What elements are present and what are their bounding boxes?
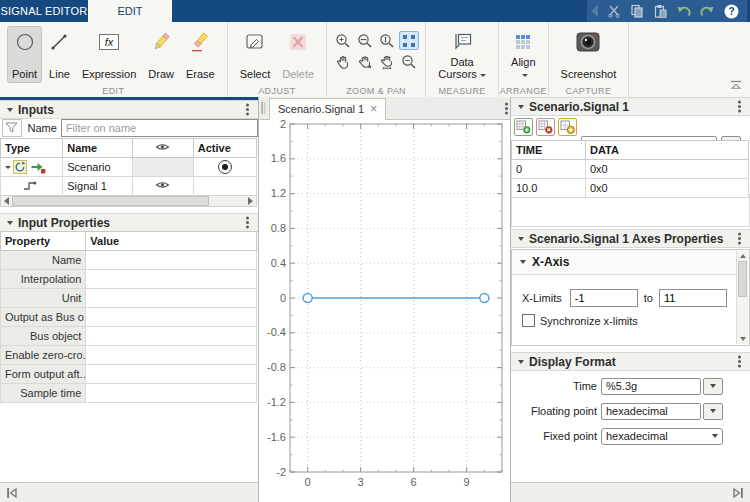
data-cursors-button[interactable]: Data Cursors bbox=[433, 26, 491, 83]
scroll-left-icon[interactable] bbox=[4, 197, 9, 205]
data-cell[interactable]: 0x0 bbox=[586, 160, 749, 179]
collapse-caret-icon[interactable] bbox=[7, 108, 13, 112]
paste-icon[interactable] bbox=[653, 4, 667, 18]
kebab-menu-icon[interactable] bbox=[246, 221, 249, 224]
collapse-right-panel-bar[interactable] bbox=[511, 482, 750, 502]
fit-to-view-icon[interactable] bbox=[399, 31, 419, 50]
scrollbar-thumb[interactable] bbox=[738, 261, 747, 297]
skip-to-start-icon[interactable] bbox=[6, 487, 18, 499]
collapse-caret-icon[interactable] bbox=[7, 221, 13, 225]
pan-free-icon[interactable] bbox=[355, 52, 375, 71]
skip-to-end-icon[interactable] bbox=[732, 487, 744, 499]
splitter-grip-icon[interactable] bbox=[261, 101, 266, 115]
align-button[interactable]: Align bbox=[506, 26, 540, 83]
time-format-dropdown-button[interactable] bbox=[703, 378, 723, 395]
signal-header[interactable]: Scenario.Signal 1 bbox=[511, 97, 750, 116]
delete-button[interactable]: Delete bbox=[277, 26, 319, 83]
time-data-row[interactable]: 00x0 bbox=[512, 160, 749, 179]
pan-x-icon[interactable] bbox=[377, 52, 397, 71]
line-button[interactable]: Line bbox=[44, 26, 75, 83]
zoom-x-icon[interactable] bbox=[355, 31, 375, 50]
kebab-menu-icon[interactable] bbox=[505, 107, 508, 110]
insert-signal-button[interactable] bbox=[558, 118, 577, 136]
chevron-left-icon[interactable] bbox=[591, 5, 598, 17]
scroll-right-icon[interactable] bbox=[248, 197, 253, 205]
tab-signal-editor[interactable]: SIGNAL EDITOR bbox=[0, 0, 88, 22]
pan-icon[interactable] bbox=[333, 52, 353, 71]
horizontal-scrollbar[interactable] bbox=[0, 195, 257, 207]
close-tab-icon[interactable] bbox=[370, 104, 377, 114]
collapse-left-panel-bar[interactable] bbox=[0, 482, 258, 502]
table-row-scenario[interactable]: Scenario bbox=[1, 158, 257, 177]
copy-icon[interactable] bbox=[630, 4, 644, 18]
insert-row-button[interactable] bbox=[514, 118, 533, 136]
redo-icon[interactable] bbox=[700, 5, 715, 18]
delete-row-button[interactable] bbox=[536, 118, 555, 136]
floating-point-combobox[interactable]: hexadecimal bbox=[601, 403, 701, 420]
screenshot-button[interactable]: Screenshot bbox=[556, 26, 622, 83]
xmin-input[interactable] bbox=[570, 289, 638, 307]
kebab-menu-icon[interactable] bbox=[246, 108, 249, 111]
time-cell[interactable]: 0 bbox=[512, 160, 586, 179]
minimize-ribbon-icon[interactable] bbox=[730, 79, 742, 93]
floating-point-dropdown-button[interactable] bbox=[703, 403, 723, 420]
property-label: Unit bbox=[1, 289, 86, 308]
property-value-cell[interactable] bbox=[86, 365, 257, 384]
column-name[interactable]: Name bbox=[63, 139, 132, 158]
draw-button[interactable]: Draw bbox=[143, 26, 179, 83]
zoom-out-icon[interactable] bbox=[399, 52, 419, 71]
table-row-signal[interactable]: Signal 1 bbox=[1, 177, 257, 196]
filter-input[interactable] bbox=[61, 119, 258, 137]
filter-button[interactable] bbox=[2, 119, 22, 137]
point-button[interactable]: Point bbox=[7, 26, 42, 83]
collapse-caret-icon[interactable] bbox=[518, 360, 524, 364]
property-value-cell[interactable] bbox=[86, 270, 257, 289]
zoom-y-icon[interactable] bbox=[377, 31, 397, 50]
sync-xlimits-checkbox[interactable] bbox=[522, 314, 535, 327]
collapse-caret-icon[interactable] bbox=[518, 105, 524, 109]
signal-active-cell[interactable] bbox=[193, 177, 256, 196]
xmax-input[interactable] bbox=[659, 289, 727, 307]
scenario-active-cell[interactable] bbox=[193, 158, 256, 177]
signal-plot[interactable]: -2-1.6-1.2-0.8-0.400.40.81.21.620369 bbox=[259, 120, 510, 502]
cut-icon[interactable] bbox=[607, 4, 621, 18]
document-tab[interactable]: Scenario.Signal 1 bbox=[269, 98, 386, 120]
erase-button[interactable]: Erase bbox=[181, 26, 220, 83]
collapse-caret-icon[interactable] bbox=[518, 237, 524, 241]
scroll-up-icon[interactable] bbox=[740, 254, 746, 258]
expand-caret-icon[interactable] bbox=[5, 166, 11, 169]
signal-visibility-cell[interactable] bbox=[132, 177, 193, 196]
zoom-in-icon[interactable] bbox=[333, 31, 353, 50]
input-properties-header[interactable]: Input Properties bbox=[0, 213, 258, 232]
property-value-cell[interactable] bbox=[86, 327, 257, 346]
property-value-cell[interactable] bbox=[86, 346, 257, 365]
property-value-cell[interactable] bbox=[86, 289, 257, 308]
fixed-point-select[interactable]: hexadecimal bbox=[601, 428, 723, 445]
xaxis-section-header[interactable]: X-Axis bbox=[512, 250, 749, 275]
display-format-header[interactable]: Display Format bbox=[511, 352, 750, 371]
collapse-caret-icon[interactable] bbox=[520, 260, 526, 264]
tab-edit[interactable]: EDIT bbox=[88, 0, 172, 22]
inputs-header[interactable]: Inputs bbox=[0, 100, 258, 119]
kebab-menu-icon[interactable] bbox=[738, 105, 741, 108]
time-format-combobox[interactable]: %5.3g bbox=[601, 378, 701, 395]
column-type[interactable]: Type bbox=[1, 139, 63, 158]
active-radio[interactable] bbox=[218, 160, 232, 174]
expression-button[interactable]: fx Expression bbox=[77, 26, 141, 83]
scenario-name-cell[interactable]: Scenario bbox=[63, 158, 132, 177]
vertical-scrollbar[interactable] bbox=[736, 251, 748, 344]
column-active[interactable]: Active bbox=[193, 139, 256, 158]
kebab-menu-icon[interactable] bbox=[738, 237, 741, 240]
scrollbar-thumb[interactable] bbox=[12, 196, 209, 206]
scroll-down-icon[interactable] bbox=[740, 337, 746, 341]
column-visibility[interactable] bbox=[132, 139, 193, 158]
axes-properties-header[interactable]: Scenario.Signal 1 Axes Properties bbox=[511, 229, 750, 248]
help-icon[interactable]: ? bbox=[724, 4, 739, 19]
property-value-cell[interactable] bbox=[86, 308, 257, 327]
property-value-cell[interactable] bbox=[86, 384, 257, 403]
property-value-cell[interactable] bbox=[86, 251, 257, 270]
kebab-menu-icon[interactable] bbox=[738, 360, 741, 363]
select-button[interactable]: Select bbox=[235, 26, 276, 83]
signal-name-cell[interactable]: Signal 1 bbox=[63, 177, 132, 196]
undo-icon[interactable] bbox=[676, 5, 691, 18]
